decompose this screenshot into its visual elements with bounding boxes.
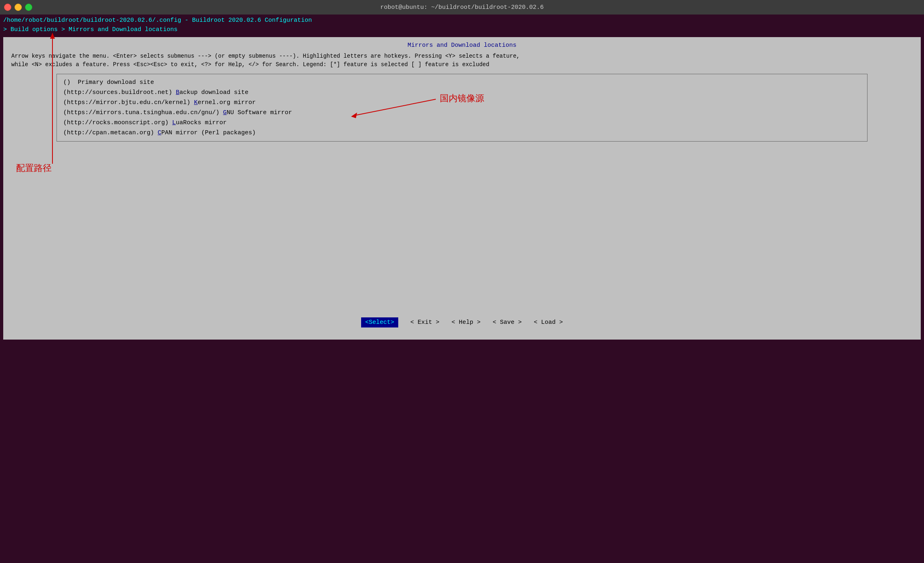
- config-title: Mirrors and Download locations: [11, 41, 913, 50]
- title-bar: robot@ubuntu: ~/buildroot/buildroot-2020…: [0, 0, 924, 15]
- menu-item-kernel[interactable]: (https://mirror.bjtu.edu.cn/kernel) Kern…: [63, 98, 861, 108]
- menu-item-luarocks[interactable]: (http://rocks.moonscript.org) LuaRocks m…: [63, 118, 861, 128]
- exit-button[interactable]: < Exit >: [410, 318, 439, 327]
- maximize-button[interactable]: [25, 4, 32, 11]
- window-controls: [4, 4, 32, 11]
- help-button[interactable]: < Help >: [452, 318, 481, 327]
- load-button[interactable]: < Load >: [534, 318, 563, 327]
- highlight-backup: B: [176, 89, 180, 96]
- close-button[interactable]: [4, 4, 11, 11]
- menu-box: () Primary download site (http://sources…: [56, 74, 868, 142]
- path-line: /home/robot/buildroot/buildroot-2020.02.…: [0, 15, 924, 25]
- terminal-bottom: [0, 552, 924, 563]
- help-text: Arrow keys navigate the menu. <Enter> se…: [11, 52, 913, 69]
- highlight-luarocks: L: [172, 119, 176, 126]
- highlight-cpan: C: [158, 129, 161, 136]
- help-line-2: while <N> excludes a feature. Press <Esc…: [11, 60, 913, 69]
- window-title: robot@ubuntu: ~/buildroot/buildroot-2020…: [380, 4, 544, 11]
- minimize-button[interactable]: [15, 4, 22, 11]
- menu-item-primary[interactable]: () Primary download site: [63, 77, 861, 88]
- help-line-1: Arrow keys navigate the menu. <Enter> se…: [11, 52, 913, 60]
- menu-item-gnu[interactable]: (https://mirrors.tuna.tsinghua.edu.cn/gn…: [63, 108, 861, 118]
- selected-item-label[interactable]: () Primary download site: [63, 79, 154, 86]
- menu-item-backup[interactable]: (http://sources.buildroot.net) Backup do…: [63, 88, 861, 98]
- highlight-kernel: K: [194, 99, 198, 106]
- breadcrumb-line: > Build options > Mirrors and Download l…: [0, 25, 924, 35]
- bottom-bar: <Select> < Exit > < Help > < Save > < Lo…: [3, 317, 921, 327]
- config-area: Mirrors and Download locations Arrow key…: [3, 37, 921, 340]
- menu-item-cpan[interactable]: (http://cpan.metacan.org) CPAN mirror (P…: [63, 128, 861, 138]
- highlight-gnu: G: [223, 109, 227, 116]
- terminal-area: /home/robot/buildroot/buildroot-2020.02.…: [0, 15, 924, 563]
- select-button[interactable]: <Select>: [361, 317, 398, 327]
- save-button[interactable]: < Save >: [493, 318, 522, 327]
